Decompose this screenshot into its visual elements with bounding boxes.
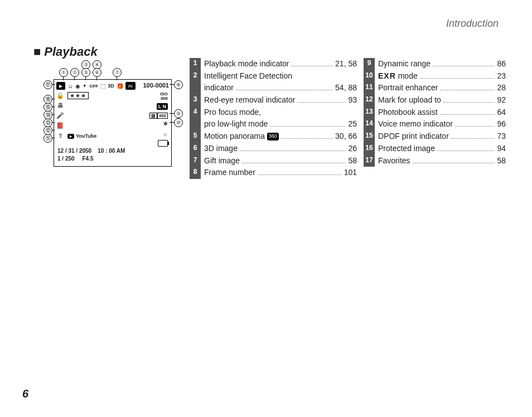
- leader-dots: [413, 163, 495, 163]
- legend-page: 92: [497, 94, 506, 106]
- legend-page: 25: [348, 118, 357, 130]
- leader-dots: [455, 126, 495, 127]
- callout-1: ①: [59, 68, 68, 77]
- legend-page: 58: [348, 155, 357, 167]
- legend-entry: Favorites58: [378, 155, 506, 167]
- legend-row: 1Playback mode indicator21, 58: [190, 58, 357, 70]
- legend-label: Motion panorama 360: [204, 130, 279, 143]
- legend-number: 11: [364, 82, 375, 94]
- youtube-badge: YouTube: [67, 133, 96, 139]
- legend-entry: Playback mode indicator21, 58: [204, 58, 357, 70]
- legend-number: 4: [190, 106, 201, 130]
- exr-logo-inline: EXR: [378, 71, 396, 80]
- legend-page: 54, 88: [335, 82, 357, 94]
- legend-page: 23: [497, 70, 506, 83]
- legend-page: 101: [344, 167, 357, 179]
- legend-label: indicator: [204, 82, 234, 94]
- section-title: ■Playback: [33, 45, 98, 59]
- legend-number: 9: [364, 58, 375, 70]
- legend-entry: Gift image58: [204, 155, 357, 167]
- legend-label: Portrait enhancer: [378, 82, 438, 94]
- 3d-icon: 3D: [108, 83, 114, 89]
- legend-number: 6: [190, 143, 201, 155]
- legend-page: 96: [497, 118, 506, 130]
- legend-row: 4Pro focus mode,pro low-light mode25: [190, 106, 357, 130]
- legend-label: pro low-light mode: [204, 118, 268, 130]
- legend-page: 73: [497, 130, 506, 143]
- legend-page: 26: [348, 143, 357, 155]
- legend-number: 1: [190, 58, 201, 70]
- favorites-stars: ★★★: [67, 92, 89, 99]
- leader-dots: [242, 163, 346, 163]
- dynamic-range-badge: ▧400: [149, 112, 168, 119]
- callout-9: ⑨: [174, 109, 183, 118]
- legend-number: 10: [364, 70, 375, 83]
- callout-5: ⑤: [81, 68, 90, 77]
- legend-line: DPOF print indicator73: [378, 130, 506, 143]
- legend-row: 8Frame number101: [190, 167, 357, 179]
- meta-time: 10 : 00 AM: [98, 148, 125, 154]
- legend-page: 64: [497, 106, 506, 119]
- legend-number: 5: [190, 130, 201, 143]
- legend-label: DPOF print indicator: [378, 130, 449, 143]
- legend-number: 16: [364, 143, 375, 155]
- leader-dots: [240, 151, 346, 151]
- lcd-screen: ▶ ☺ ◉ ✦ OFF ⬚ 3D 🎁 IN 100-0001 ISO 400 L…: [54, 79, 172, 167]
- legend-line: Gift image58: [204, 155, 357, 167]
- battery-icon: [158, 140, 168, 147]
- legend-entry: EXR mode23: [378, 70, 506, 83]
- section-title-text: Playback: [44, 45, 97, 59]
- protected-icon: 🔒: [56, 92, 64, 99]
- legend-entry: Portrait enhancer28: [378, 82, 506, 94]
- callout-2: ②: [70, 68, 79, 77]
- legend-label: Frame number: [204, 167, 255, 179]
- legend-line: Playback mode indicator21, 58: [204, 58, 357, 70]
- callout-13: ⑬: [43, 118, 52, 127]
- legend-line: 3D image26: [204, 143, 357, 155]
- lcd-diagram: ① ② ③ ④ ⑤ ⑥ ⑦ ⑧ ⑨ ⑩ ⑪ ⑫ ⑬ ⑭ ⑮ ⑯ ⑰: [45, 62, 184, 167]
- page: Introduction ■Playback 6 ① ② ③ ④ ⑤ ⑥ ⑦ ⑧…: [0, 0, 532, 417]
- callout-14: ⑭: [43, 110, 52, 119]
- callout-10: ⑩: [174, 118, 183, 127]
- legend-number: 13: [364, 106, 375, 119]
- face-detect-icon: ☺: [67, 83, 73, 89]
- callout-11: ⑪: [43, 134, 52, 143]
- meta-shutter: 1 / 250: [57, 156, 75, 162]
- brightness-icon: ☼: [163, 131, 168, 137]
- legend-number: 14: [364, 118, 375, 130]
- panorama-inline-icon: 360: [267, 133, 279, 140]
- leader-dots: [236, 90, 333, 90]
- legend-page: 58: [497, 155, 506, 167]
- legend-row: 10EXR mode23: [364, 70, 506, 83]
- legend-column-left: 1Playback mode indicator21, 582Intellige…: [190, 58, 357, 179]
- leader-dots: [258, 174, 342, 175]
- leader-dots: [420, 78, 495, 79]
- legend-entry: Frame number101: [204, 167, 357, 179]
- panorama-icon: ⬚: [100, 83, 105, 89]
- legend-number: 2: [190, 70, 201, 94]
- meta-date: 12 / 31 / 2050: [57, 148, 91, 154]
- legend-line: Motion panorama 36030, 66: [204, 130, 357, 143]
- legend-label: EXR mode: [378, 70, 418, 83]
- leader-dots: [433, 66, 495, 66]
- legend-line: pro low-light mode25: [204, 118, 357, 130]
- legend-number: 7: [190, 155, 201, 167]
- playback-mode-icon: ▶: [56, 82, 65, 90]
- legend-page: 21, 58: [335, 58, 357, 70]
- legend-entry: Protected image94: [378, 143, 506, 155]
- legend-line: indicator54, 88: [204, 82, 357, 94]
- legend-number: 12: [364, 94, 375, 106]
- legend-label: Pro focus mode,: [204, 106, 261, 119]
- legend-row: 12Mark for upload to92: [364, 94, 506, 106]
- legend-label: Intelligent Face Detection: [204, 70, 292, 83]
- legend-number: 17: [364, 155, 375, 167]
- legend-entry: Intelligent Face Detectionindicator54, 8…: [204, 70, 357, 94]
- legend-label: Favorites: [378, 155, 410, 167]
- meta-aperture: F4.5: [83, 156, 94, 162]
- legend-page: 93: [348, 94, 357, 106]
- legend-label: Red-eye removal indicator: [204, 94, 295, 106]
- legend-page: 86: [497, 58, 506, 70]
- iso-readout: ISO 400: [160, 92, 168, 101]
- legend-line: Red-eye removal indicator93: [204, 94, 357, 106]
- legend-row: 11Portrait enhancer28: [364, 82, 506, 94]
